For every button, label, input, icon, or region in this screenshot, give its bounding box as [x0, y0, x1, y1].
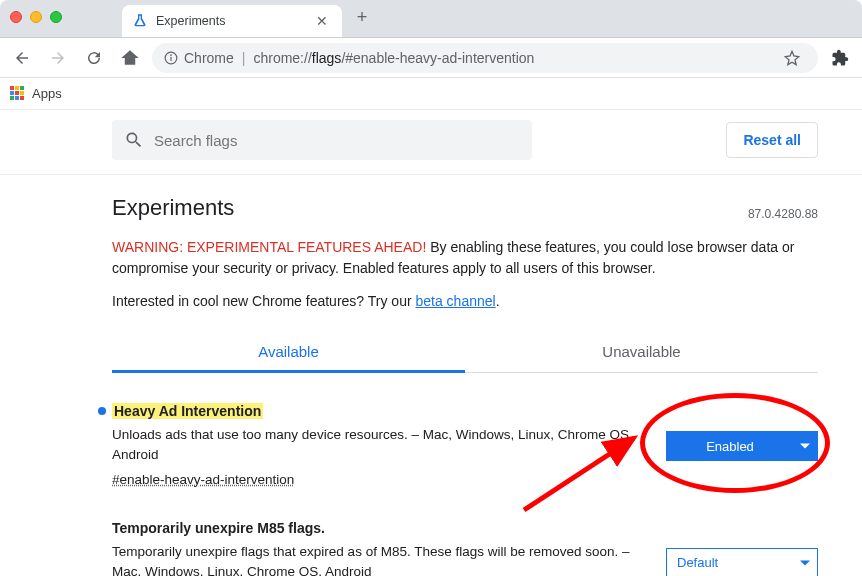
flag-row: Temporarily unexpire M85 flags. Temporar… — [112, 520, 818, 577]
flag-title: Heavy Ad Intervention — [112, 403, 646, 419]
flag-hash[interactable]: #enable-heavy-ad-intervention — [112, 472, 294, 487]
browser-tab[interactable]: Experiments ✕ — [122, 5, 342, 37]
apps-grid-icon — [10, 86, 26, 102]
search-flags-box[interactable] — [112, 120, 532, 160]
flag-description: Unloads ads that use too many device res… — [112, 425, 646, 466]
interest-text: Interested in cool new Chrome features? … — [112, 293, 818, 309]
bookmark-star-icon[interactable] — [778, 44, 806, 72]
tab-available[interactable]: Available — [112, 331, 465, 372]
flag-title: Temporarily unexpire M85 flags. — [112, 520, 646, 536]
search-flags-input[interactable] — [154, 132, 520, 149]
flag-row: Heavy Ad Intervention Unloads ads that u… — [112, 403, 818, 488]
flag-tabs: Available Unavailable — [112, 331, 818, 373]
chrome-version: 87.0.4280.88 — [748, 207, 818, 221]
address-bar[interactable]: Chrome | chrome://flags/#enable-heavy-ad… — [152, 43, 818, 73]
divider: | — [242, 50, 246, 66]
site-info-icon[interactable]: Chrome — [164, 50, 234, 66]
forward-button[interactable] — [44, 44, 72, 72]
flag-state-select[interactable]: Enabled — [666, 431, 818, 461]
warning-text: WARNING: EXPERIMENTAL FEATURES AHEAD! By… — [112, 237, 818, 279]
traffic-lights — [10, 11, 62, 23]
back-button[interactable] — [8, 44, 36, 72]
flask-icon — [132, 13, 148, 29]
window-titlebar: Experiments ✕ + — [0, 0, 862, 38]
tab-unavailable[interactable]: Unavailable — [465, 331, 818, 372]
svg-point-1 — [170, 54, 172, 56]
flag-description: Temporarily unexpire flags that expired … — [112, 542, 646, 577]
page-title: Experiments — [112, 195, 234, 221]
extensions-icon[interactable] — [826, 44, 854, 72]
maximize-window-button[interactable] — [50, 11, 62, 23]
close-window-button[interactable] — [10, 11, 22, 23]
site-label: Chrome — [184, 50, 234, 66]
apps-label: Apps — [32, 86, 62, 101]
modified-indicator-icon — [98, 407, 106, 415]
svg-rect-2 — [170, 56, 171, 60]
reload-button[interactable] — [80, 44, 108, 72]
apps-shortcut[interactable]: Apps — [10, 86, 62, 102]
beta-channel-link[interactable]: beta channel — [415, 293, 495, 309]
new-tab-button[interactable]: + — [348, 4, 376, 32]
search-icon — [124, 130, 144, 150]
minimize-window-button[interactable] — [30, 11, 42, 23]
browser-toolbar: Chrome | chrome://flags/#enable-heavy-ad… — [0, 38, 862, 78]
bookmarks-bar: Apps — [0, 78, 862, 110]
tab-title: Experiments — [156, 14, 316, 28]
close-tab-icon[interactable]: ✕ — [316, 13, 328, 29]
flag-state-select[interactable]: Default — [666, 548, 818, 577]
reset-all-button[interactable]: Reset all — [726, 122, 818, 158]
url-text: chrome://flags/#enable-heavy-ad-interven… — [253, 50, 534, 66]
home-button[interactable] — [116, 44, 144, 72]
page-content: Reset all Experiments 87.0.4280.88 WARNI… — [0, 110, 862, 576]
